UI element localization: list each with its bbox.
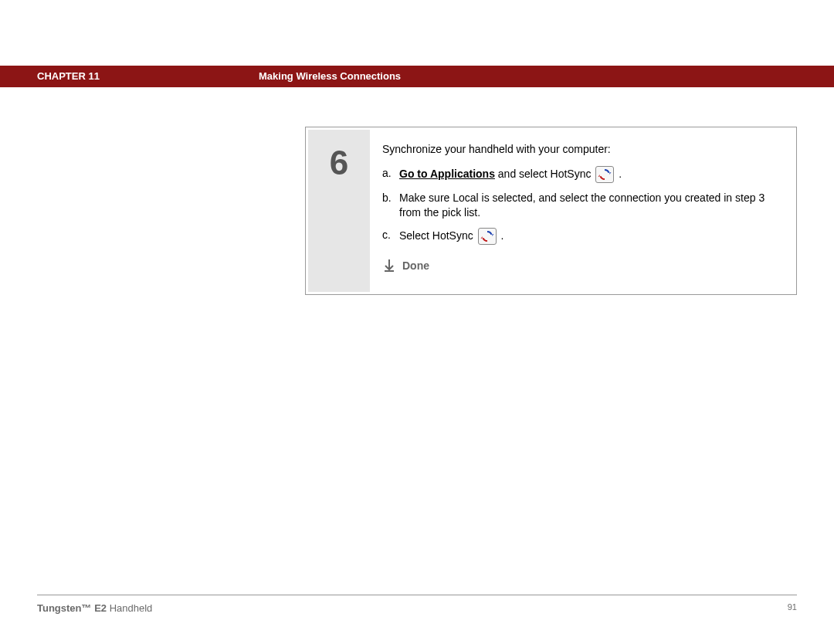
sub-step-c: c. Select HotSync . <box>382 228 780 245</box>
svg-marker-0 <box>610 172 612 175</box>
sub-content: Make sure Local is selected, and select … <box>399 191 780 220</box>
go-to-applications-link[interactable]: Go to Applications <box>399 168 495 180</box>
chapter-header-bar: CHAPTER 11 Making Wireless Connections <box>0 66 834 87</box>
sub-step-a: a. Go to Applications and select HotSync… <box>382 166 780 183</box>
step-intro: Synchronize your handheld with your comp… <box>382 142 780 157</box>
footer-rule <box>37 595 797 595</box>
step-number-column: 6 <box>308 130 370 292</box>
hotsync-icon <box>595 166 614 183</box>
chapter-label-block: CHAPTER 11 <box>37 70 100 82</box>
done-label: Done <box>402 259 429 273</box>
sub-content: Go to Applications and select HotSync . <box>399 166 780 183</box>
step-number: 6 <box>308 130 370 182</box>
sub-marker: a. <box>382 166 399 183</box>
page-number: 91 <box>788 602 797 612</box>
sub-step-b: b. Make sure Local is selected, and sele… <box>382 191 780 220</box>
hotsync-icon <box>478 228 497 245</box>
sub-marker: b. <box>382 191 399 220</box>
step-body: Synchronize your handheld with your comp… <box>370 130 794 292</box>
done-row: Done <box>382 259 780 273</box>
sub-a-rest: and select HotSync <box>495 168 592 180</box>
sub-c-pre: Select HotSync <box>399 229 473 241</box>
svg-marker-1 <box>598 175 600 177</box>
step-box: 6 Synchronize your handheld with your co… <box>305 127 797 295</box>
sub-steps-list: a. Go to Applications and select HotSync… <box>382 166 780 245</box>
down-arrow-icon <box>382 259 396 273</box>
chapter-label: CHAPTER <box>37 70 86 82</box>
sub-c-tail: . <box>498 229 504 241</box>
svg-marker-3 <box>480 236 482 239</box>
footer-product-name: Handheld <box>107 602 152 614</box>
footer-product: Tungsten™ E2 Handheld <box>37 602 152 614</box>
footer-brand: Tungsten™ E2 <box>37 602 107 614</box>
svg-marker-2 <box>492 234 493 236</box>
sub-marker: c. <box>382 228 399 245</box>
sub-content: Select HotSync . <box>399 228 780 245</box>
sub-a-tail: . <box>615 168 622 180</box>
chapter-title: Making Wireless Connections <box>259 70 401 82</box>
chapter-number: 11 <box>88 70 99 82</box>
